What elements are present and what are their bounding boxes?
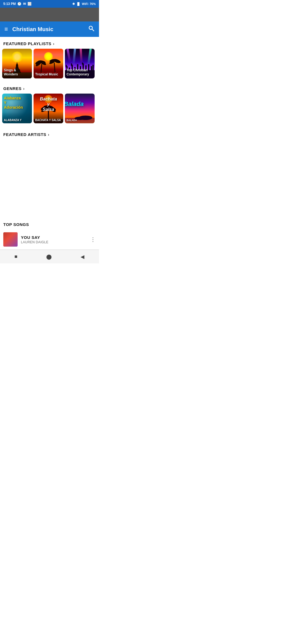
- featured-artists-chevron[interactable]: ›: [48, 132, 49, 137]
- featured-artists-label: FEATURED ARTISTS: [3, 132, 46, 137]
- bluetooth-icon: ✱: [72, 2, 75, 6]
- battery-display: 76%: [90, 2, 96, 6]
- genres-row: AlabanzaYAdoración ALABANZA Y BachataySa…: [0, 94, 99, 128]
- screen-icon: ⬜: [28, 2, 32, 6]
- genre-card-bachata[interactable]: BachataySalsa BACHATA Y SALSA: [34, 94, 63, 123]
- top-songs-header: TOP SONGS: [0, 218, 99, 230]
- genre-overlay-balada: Balada: [65, 100, 93, 108]
- song-title-you-say: YOU SAY: [21, 235, 87, 240]
- search-button[interactable]: [88, 25, 95, 33]
- top-songs-label: TOP SONGS: [3, 222, 29, 227]
- svg-rect-14: [66, 65, 67, 67]
- playlist-label-sings-wonders: Sings & Wonders: [4, 68, 30, 77]
- featured-playlists-label: FEATURED PLAYLISTS: [3, 41, 51, 46]
- app-bar: ≡ Christian Music: [0, 21, 99, 37]
- featured-playlists-header[interactable]: FEATURED PLAYLISTS ›: [0, 37, 99, 49]
- playlist-card-sings-wonders[interactable]: Sings & Wonders: [2, 49, 32, 78]
- featured-artists-header[interactable]: FEATURED ARTISTS ›: [0, 128, 99, 140]
- genres-label: Genres: [3, 86, 21, 91]
- playlist-label-top-christian: Top Christian Contemporary: [67, 68, 93, 77]
- mail-icon: ✉: [23, 2, 26, 6]
- search-icon: [88, 25, 95, 32]
- back-button[interactable]: ◀: [74, 252, 91, 262]
- svg-point-0: [89, 26, 92, 29]
- time-display: 5:13 PM: [3, 2, 16, 6]
- genre-label-alabanza: ALABANZA Y: [4, 119, 30, 122]
- svg-rect-17: [71, 63, 72, 66]
- genre-label-balada: BALADA: [67, 119, 93, 122]
- song-info-you-say: YOU SAY LAUREN DAIGLE: [21, 235, 87, 244]
- genre-label-bachata: BACHATA Y SALSA: [35, 119, 62, 122]
- playlists-row: Sings & Wonders Tropical: [0, 49, 99, 82]
- bottom-nav-bar: ■ ⬤ ◀: [0, 250, 99, 263]
- featured-playlists-chevron[interactable]: ›: [53, 42, 54, 46]
- svg-rect-22: [82, 62, 83, 65]
- song-menu-button-you-say[interactable]: ⋮: [90, 236, 96, 243]
- wifi-icon: WiFi: [82, 2, 88, 6]
- status-right: ✱ ▐▌ WiFi 76%: [72, 2, 96, 6]
- status-bar: 5:13 PM 🕐 ✉ ⬜ ✱ ▐▌ WiFi 76%: [0, 0, 99, 8]
- featured-artists-section: FEATURED ARTISTS ›: [0, 128, 99, 215]
- alarm-icon: 🕐: [17, 2, 21, 6]
- genre-card-alabanza[interactable]: AlabanzaYAdoración ALABANZA Y: [2, 94, 32, 123]
- ad-banner: [0, 8, 99, 21]
- genres-header[interactable]: Genres ›: [0, 82, 99, 94]
- home-button[interactable]: ⬤: [40, 252, 58, 262]
- featured-artists-content: [0, 140, 99, 211]
- playlist-card-tropical-music[interactable]: Tropical Music: [34, 49, 63, 78]
- app-title: Christian Music: [12, 26, 88, 32]
- menu-button[interactable]: ≡: [4, 26, 8, 33]
- playlist-label-tropical-music: Tropical Music: [35, 72, 62, 77]
- genre-overlay-alabanza: AlabanzaYAdoración: [4, 96, 30, 110]
- top-songs-section: TOP SONGS YOU SAY LAUREN DAIGLE ⋮: [0, 215, 99, 250]
- genre-card-balada[interactable]: Balada BALADA: [65, 94, 95, 123]
- playlist-card-top-christian[interactable]: Top Christian Contemporary: [65, 49, 95, 78]
- song-artist-you-say: LAUREN DAIGLE: [21, 240, 87, 244]
- stop-button[interactable]: ■: [8, 252, 24, 262]
- signal-icon: ▐▌: [76, 2, 81, 6]
- status-left: 5:13 PM 🕐 ✉ ⬜: [3, 2, 32, 6]
- svg-line-1: [92, 29, 94, 31]
- genre-overlay-bachata: BachataySalsa: [35, 96, 62, 112]
- song-thumbnail-you-say: [3, 232, 18, 247]
- song-item-you-say[interactable]: YOU SAY LAUREN DAIGLE ⋮: [0, 230, 99, 250]
- genres-chevron[interactable]: ›: [23, 86, 24, 91]
